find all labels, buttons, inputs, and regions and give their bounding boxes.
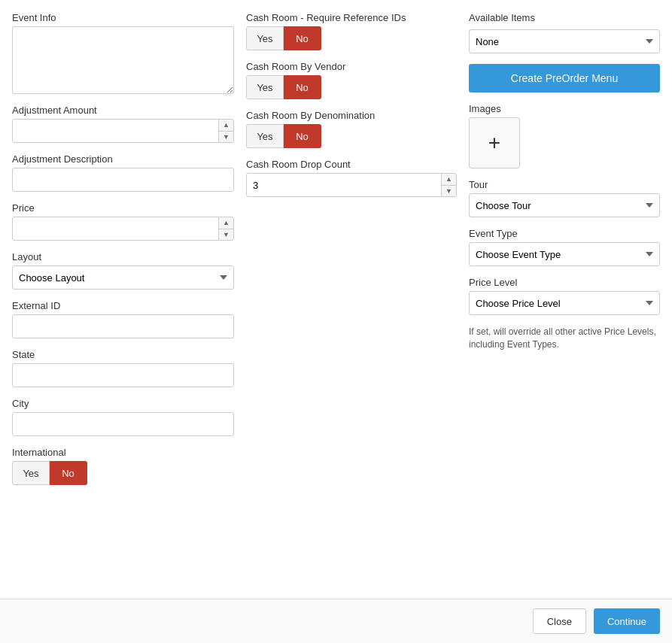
cash-room-vendor-label: Cash Room By Vendor <box>246 61 457 72</box>
available-items-group: Available Items None <box>469 12 660 53</box>
price-spin: ▲ ▼ <box>218 217 233 240</box>
adjustment-amount-spin-up[interactable]: ▲ <box>219 120 233 132</box>
adjustment-description-input[interactable] <box>12 168 234 192</box>
price-level-group: Price Level Choose Price Level <box>469 277 660 315</box>
cash-room-denomination-group: Cash Room By Denomination Yes No <box>246 110 457 148</box>
adjustment-amount-input[interactable] <box>12 119 234 143</box>
available-items-select[interactable]: None <box>469 29 660 53</box>
cash-room-vendor-group: Cash Room By Vendor Yes No <box>246 61 457 99</box>
layout-group: Layout Choose Layout <box>12 251 234 290</box>
adjustment-amount-spin: ▲ ▼ <box>218 120 233 142</box>
state-label: State <box>12 349 234 360</box>
cash-room-drop-wrapper: ▲ ▼ <box>246 173 457 197</box>
images-group: Images + <box>469 103 660 168</box>
external-id-label: External ID <box>12 300 234 311</box>
left-column: Event Info Adjustment Amount ▲ ▼ Adjustm… <box>12 12 234 587</box>
price-spin-up[interactable]: ▲ <box>219 217 233 229</box>
price-level-label: Price Level <box>469 277 660 288</box>
price-input[interactable] <box>12 217 234 241</box>
cash-room-vendor-yes-btn[interactable]: Yes <box>246 75 284 99</box>
images-upload-box[interactable]: + <box>469 117 520 168</box>
create-preorder-button[interactable]: Create PreOrder Menu <box>469 64 660 93</box>
price-spin-down[interactable]: ▼ <box>219 229 233 241</box>
footer-bar: Close Continue <box>0 599 672 643</box>
international-yes-btn[interactable]: Yes <box>12 461 50 485</box>
cash-room-ref-group: Cash Room - Require Reference IDs Yes No <box>246 12 457 50</box>
event-type-label: Event Type <box>469 228 660 239</box>
city-input[interactable] <box>12 412 234 436</box>
price-group: Price ▲ ▼ <box>12 202 234 241</box>
cash-room-drop-spin: ▲ ▼ <box>441 174 456 196</box>
tour-label: Tour <box>469 179 660 190</box>
cash-room-ref-no-btn[interactable]: No <box>284 26 321 50</box>
continue-button[interactable]: Continue <box>594 608 660 634</box>
cash-room-drop-input[interactable] <box>246 173 457 197</box>
create-preorder-group: Create PreOrder Menu <box>469 64 660 93</box>
external-id-input[interactable] <box>12 314 234 338</box>
cash-room-vendor-toggle: Yes No <box>246 75 457 99</box>
cash-room-ref-yes-btn[interactable]: Yes <box>246 26 284 50</box>
cash-room-drop-group: Cash Room Drop Count ▲ ▼ <box>246 159 457 197</box>
cash-room-denomination-yes-btn[interactable]: Yes <box>246 124 284 148</box>
price-level-select[interactable]: Choose Price Level <box>469 291 660 315</box>
cash-room-ref-toggle: Yes No <box>246 26 457 50</box>
adjustment-amount-wrapper: ▲ ▼ <box>12 119 234 143</box>
cash-room-denomination-toggle: Yes No <box>246 124 457 148</box>
price-level-helper-text: If set, will override all other active P… <box>469 326 660 351</box>
price-wrapper: ▲ ▼ <box>12 217 234 241</box>
international-no-btn[interactable]: No <box>50 461 87 485</box>
event-info-textarea[interactable] <box>12 26 234 94</box>
adjustment-amount-spin-down[interactable]: ▼ <box>219 132 233 143</box>
state-group: State <box>12 349 234 387</box>
event-info-label: Event Info <box>12 12 234 23</box>
close-button[interactable]: Close <box>533 608 586 634</box>
tour-group: Tour Choose Tour <box>469 179 660 217</box>
layout-label: Layout <box>12 251 234 262</box>
cash-room-denomination-label: Cash Room By Denomination <box>246 110 457 121</box>
images-plus-icon: + <box>488 131 500 155</box>
external-id-group: External ID <box>12 300 234 338</box>
adjustment-amount-label: Adjustment Amount <box>12 105 234 116</box>
international-group: International Yes No <box>12 447 234 485</box>
cash-room-denomination-no-btn[interactable]: No <box>284 124 321 148</box>
state-input[interactable] <box>12 363 234 387</box>
city-label: City <box>12 398 234 409</box>
event-type-select[interactable]: Choose Event Type <box>469 242 660 266</box>
adjustment-description-group: Adjustment Description <box>12 153 234 192</box>
cash-room-ref-label: Cash Room - Require Reference IDs <box>246 12 457 23</box>
price-level-helper: If set, will override all other active P… <box>469 326 660 351</box>
cash-room-vendor-no-btn[interactable]: No <box>284 75 321 99</box>
cash-room-drop-spin-up[interactable]: ▲ <box>442 174 456 186</box>
tour-select[interactable]: Choose Tour <box>469 193 660 217</box>
main-content: Event Info Adjustment Amount ▲ ▼ Adjustm… <box>0 0 672 599</box>
layout-select[interactable]: Choose Layout <box>12 265 234 290</box>
international-label: International <box>12 447 234 458</box>
right-column: Available Items None Create PreOrder Men… <box>469 12 660 587</box>
price-label: Price <box>12 202 234 214</box>
city-group: City <box>12 398 234 436</box>
middle-column: Cash Room - Require Reference IDs Yes No… <box>246 12 457 587</box>
available-items-label: Available Items <box>469 12 660 23</box>
event-info-group: Event Info <box>12 12 234 94</box>
images-label: Images <box>469 103 660 114</box>
cash-room-drop-label: Cash Room Drop Count <box>246 159 457 170</box>
page-container: Event Info Adjustment Amount ▲ ▼ Adjustm… <box>0 0 672 643</box>
adjustment-amount-group: Adjustment Amount ▲ ▼ <box>12 105 234 143</box>
international-toggle: Yes No <box>12 461 234 485</box>
event-type-group: Event Type Choose Event Type <box>469 228 660 266</box>
adjustment-description-label: Adjustment Description <box>12 153 234 165</box>
cash-room-drop-spin-down[interactable]: ▼ <box>442 186 456 197</box>
